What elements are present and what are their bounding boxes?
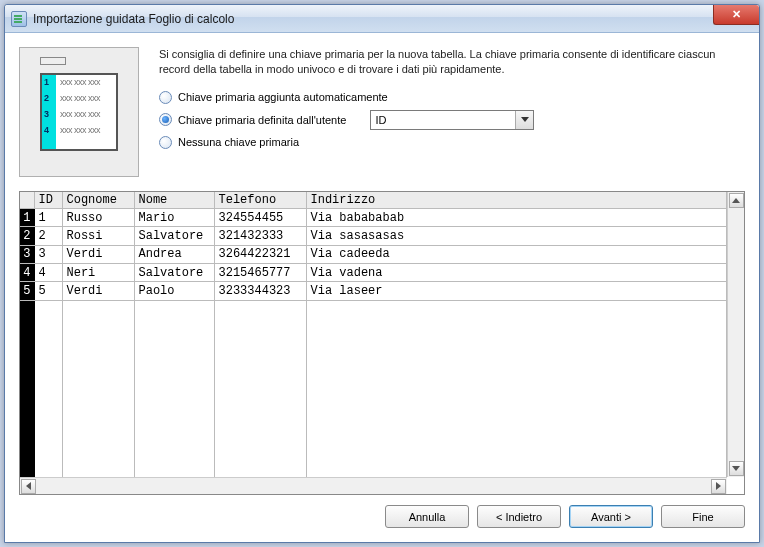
cell-id: 4: [34, 263, 62, 281]
description-pane: Si consiglia di definire una chiave prim…: [159, 47, 745, 177]
table-row[interactable]: 22RossiSalvatore321432333Via sasasasas: [20, 227, 727, 245]
cell-indirizzo: Via vadena: [306, 263, 727, 281]
col-nome[interactable]: Nome: [134, 192, 214, 209]
finish-button[interactable]: Fine: [661, 505, 745, 528]
horizontal-scrollbar[interactable]: [20, 477, 727, 494]
intro-text: Si consiglia di definire una chiave prim…: [159, 47, 745, 77]
chevron-down-icon[interactable]: [515, 111, 533, 129]
app-icon: [11, 11, 27, 27]
row-number: 2: [20, 227, 34, 245]
key-icon: [40, 57, 66, 65]
cell-telefono: 324554455: [214, 209, 306, 227]
cell-indirizzo: Via babababab: [306, 209, 727, 227]
scroll-right-button[interactable]: [711, 479, 726, 494]
cell-cognome: Russo: [62, 209, 134, 227]
table-row[interactable]: 44NeriSalvatore3215465777Via vadena: [20, 263, 727, 281]
scroll-left-button[interactable]: [21, 479, 36, 494]
window-title: Importazione guidata Foglio di calcolo: [33, 12, 234, 26]
cell-telefono: 3215465777: [214, 263, 306, 281]
cell-cognome: Neri: [62, 263, 134, 281]
option-user-defined[interactable]: Chiave primaria definita dall'utente ID: [159, 110, 745, 130]
cell-telefono: 321432333: [214, 227, 306, 245]
combo-value: ID: [371, 114, 515, 126]
next-button[interactable]: Avanti >: [569, 505, 653, 528]
cell-indirizzo: Via sasasasas: [306, 227, 727, 245]
close-button[interactable]: ✕: [713, 5, 759, 25]
back-button[interactable]: < Indietro: [477, 505, 561, 528]
top-area: 1xxx xxx xxx 2xxx xxx xxx 3xxx xxx xxx 4…: [19, 47, 745, 177]
row-number: 4: [20, 263, 34, 281]
table-header-row: ID Cognome Nome Telefono Indirizzo: [20, 192, 727, 209]
cell-nome: Salvatore: [134, 227, 214, 245]
primary-key-field-combo[interactable]: ID: [370, 110, 534, 130]
cell-id: 5: [34, 282, 62, 300]
cell-cognome: Verdi: [62, 245, 134, 263]
cell-nome: Mario: [134, 209, 214, 227]
scroll-down-button[interactable]: [729, 461, 744, 476]
data-table: ID Cognome Nome Telefono Indirizzo 11Rus…: [20, 192, 727, 494]
col-indirizzo[interactable]: Indirizzo: [306, 192, 727, 209]
titlebar: Importazione guidata Foglio di calcolo ✕: [5, 5, 759, 33]
cell-nome: Andrea: [134, 245, 214, 263]
cell-cognome: Rossi: [62, 227, 134, 245]
scroll-up-button[interactable]: [729, 193, 744, 208]
cell-indirizzo: Via laseer: [306, 282, 727, 300]
cell-telefono: 3264422321: [214, 245, 306, 263]
cell-telefono: 3233344323: [214, 282, 306, 300]
cell-indirizzo: Via cadeeda: [306, 245, 727, 263]
table-row[interactable]: 55VerdiPaolo3233344323Via laseer: [20, 282, 727, 300]
row-number: 1: [20, 209, 34, 227]
col-telefono[interactable]: Telefono: [214, 192, 306, 209]
col-cognome[interactable]: Cognome: [62, 192, 134, 209]
option-user-label: Chiave primaria definita dall'utente: [178, 114, 346, 126]
radio-icon: [159, 91, 172, 104]
radio-icon: [159, 136, 172, 149]
option-auto-label: Chiave primaria aggiunta automaticamente: [178, 91, 388, 103]
cell-nome: Paolo: [134, 282, 214, 300]
option-auto[interactable]: Chiave primaria aggiunta automaticamente: [159, 91, 745, 104]
vertical-scrollbar[interactable]: [727, 192, 744, 477]
primary-key-options: Chiave primaria aggiunta automaticamente…: [159, 91, 745, 149]
cell-nome: Salvatore: [134, 263, 214, 281]
cell-cognome: Verdi: [62, 282, 134, 300]
client-area: 1xxx xxx xxx 2xxx xxx xxx 3xxx xxx xxx 4…: [5, 33, 759, 542]
col-id[interactable]: ID: [34, 192, 62, 209]
close-icon: ✕: [732, 8, 741, 21]
option-none[interactable]: Nessuna chiave primaria: [159, 136, 745, 149]
cell-id: 1: [34, 209, 62, 227]
col-rownum: [20, 192, 34, 209]
cancel-button[interactable]: Annulla: [385, 505, 469, 528]
table-row[interactable]: 33VerdiAndrea3264422321Via cadeeda: [20, 245, 727, 263]
data-preview-grid: ID Cognome Nome Telefono Indirizzo 11Rus…: [19, 191, 745, 495]
button-bar: Annulla < Indietro Avanti > Fine: [19, 495, 745, 528]
radio-icon: [159, 113, 172, 126]
table-empty-area: [20, 300, 727, 494]
key-illustration: 1xxx xxx xxx 2xxx xxx xxx 3xxx xxx xxx 4…: [19, 47, 139, 177]
wizard-window: Importazione guidata Foglio di calcolo ✕…: [4, 4, 760, 543]
row-number: 3: [20, 245, 34, 263]
table-row[interactable]: 11RussoMario324554455Via babababab: [20, 209, 727, 227]
cell-id: 2: [34, 227, 62, 245]
option-none-label: Nessuna chiave primaria: [178, 136, 299, 148]
cell-id: 3: [34, 245, 62, 263]
row-number: 5: [20, 282, 34, 300]
